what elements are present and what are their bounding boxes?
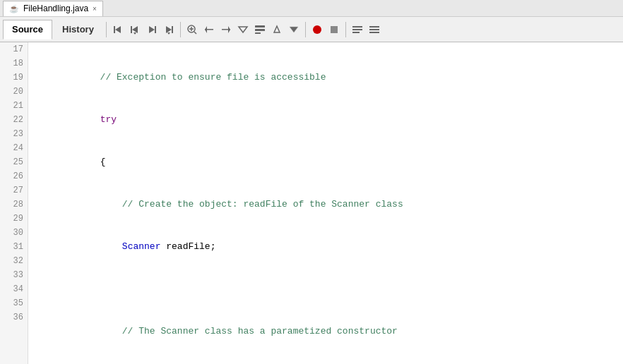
svg-rect-31 xyxy=(369,29,379,30)
svg-marker-17 xyxy=(228,26,230,33)
svg-marker-6 xyxy=(149,26,155,33)
toolbar: Source History xyxy=(0,17,623,42)
code-line-21: Scanner readFile; xyxy=(34,240,617,254)
svg-rect-20 xyxy=(255,29,265,31)
line-num-33: 33 xyxy=(4,268,23,282)
toolbar-btn-red-circle[interactable] xyxy=(309,22,325,37)
code-line-22 xyxy=(34,282,617,296)
title-bar: ☕ FileHandling.java × xyxy=(0,0,623,17)
code-line-20: // Create the object: readFile of the Sc… xyxy=(34,198,617,212)
line-num-19: 19 xyxy=(4,71,23,85)
line-num-34: 34 xyxy=(4,282,23,296)
svg-rect-2 xyxy=(131,26,132,33)
code-content[interactable]: // Exception to ensure file is accessibl… xyxy=(28,42,623,364)
svg-rect-28 xyxy=(352,29,362,30)
svg-marker-8 xyxy=(166,26,172,33)
file-tab[interactable]: ☕ FileHandling.java × xyxy=(3,1,103,16)
toolbar-btn-zoom[interactable] xyxy=(184,22,200,37)
svg-marker-22 xyxy=(274,26,280,32)
code-line-18: try xyxy=(34,113,617,127)
svg-marker-3 xyxy=(132,26,138,33)
toolbar-btn-prev[interactable] xyxy=(110,22,126,37)
toolbar-btn-nav4[interactable] xyxy=(252,22,268,37)
toolbar-btn-lines1[interactable] xyxy=(350,22,365,37)
svg-marker-1 xyxy=(115,26,121,33)
line-num-28: 28 xyxy=(4,198,23,212)
line-num-22: 22 xyxy=(4,113,23,127)
svg-line-11 xyxy=(194,32,196,34)
code-line-17: // Exception to ensure file is accessibl… xyxy=(34,71,617,85)
toolbar-separator-1 xyxy=(106,22,107,37)
line-num-24: 24 xyxy=(4,141,23,155)
toolbar-separator-3 xyxy=(305,22,306,37)
code-line-19: { xyxy=(34,155,617,169)
toolbar-btn-nav1[interactable] xyxy=(201,22,217,37)
line-num-26: 26 xyxy=(4,169,23,183)
svg-rect-5 xyxy=(155,26,156,33)
toolbar-btn-grey-square[interactable] xyxy=(326,22,342,37)
toolbar-separator-4 xyxy=(345,22,346,37)
line-num-32: 32 xyxy=(4,254,23,268)
svg-rect-32 xyxy=(369,32,379,33)
line-num-21: 21 xyxy=(4,99,23,113)
svg-marker-23 xyxy=(290,27,298,32)
svg-rect-0 xyxy=(114,26,115,33)
svg-marker-9 xyxy=(167,32,170,35)
file-tab-label: FileHandling.java xyxy=(23,4,88,13)
svg-point-25 xyxy=(313,25,321,34)
line-num-25: 25 xyxy=(4,155,23,169)
toolbar-btn-nav3[interactable] xyxy=(235,22,251,37)
toolbar-btn-next-dropdown[interactable] xyxy=(161,22,177,37)
line-num-35: 35 xyxy=(4,296,23,310)
svg-rect-19 xyxy=(255,25,265,28)
svg-marker-18 xyxy=(239,27,247,32)
tab-source[interactable]: Source xyxy=(3,20,52,40)
code-line-23: // The Scanner class has a parametized c… xyxy=(34,324,617,339)
line-num-27: 27 xyxy=(4,183,23,198)
toolbar-btn-lines2[interactable] xyxy=(367,22,382,37)
line-numbers: 17 18 19 20 21 22 23 24 25 26 27 28 29 3… xyxy=(0,42,28,364)
code-area: 17 18 19 20 21 22 23 24 25 26 27 28 29 3… xyxy=(0,42,623,364)
line-num-31: 31 xyxy=(4,240,23,254)
line-num-29: 29 xyxy=(4,212,23,226)
toolbar-btn-next[interactable] xyxy=(144,22,160,37)
toolbar-btn-prev-dropdown[interactable] xyxy=(127,22,143,37)
svg-marker-4 xyxy=(134,32,136,35)
svg-rect-21 xyxy=(255,32,261,34)
svg-marker-15 xyxy=(205,26,207,33)
svg-rect-26 xyxy=(331,26,338,33)
toolbar-btn-nav6[interactable] xyxy=(286,22,302,37)
svg-rect-27 xyxy=(352,26,362,28)
line-num-17: 17 xyxy=(4,42,23,56)
java-icon: ☕ xyxy=(9,4,19,13)
line-num-20: 20 xyxy=(4,85,23,99)
tab-close-button[interactable]: × xyxy=(93,5,97,13)
tab-history[interactable]: History xyxy=(54,20,102,40)
toolbar-btn-nav2[interactable] xyxy=(218,22,234,37)
line-num-36: 36 xyxy=(4,310,23,324)
line-num-23: 23 xyxy=(4,127,23,141)
svg-rect-7 xyxy=(172,26,173,33)
line-num-18: 18 xyxy=(4,56,23,71)
toolbar-separator-2 xyxy=(180,22,181,37)
svg-rect-29 xyxy=(352,32,360,33)
line-num-30: 30 xyxy=(4,226,23,240)
toolbar-btn-nav5[interactable] xyxy=(269,22,285,37)
svg-rect-30 xyxy=(369,26,379,28)
